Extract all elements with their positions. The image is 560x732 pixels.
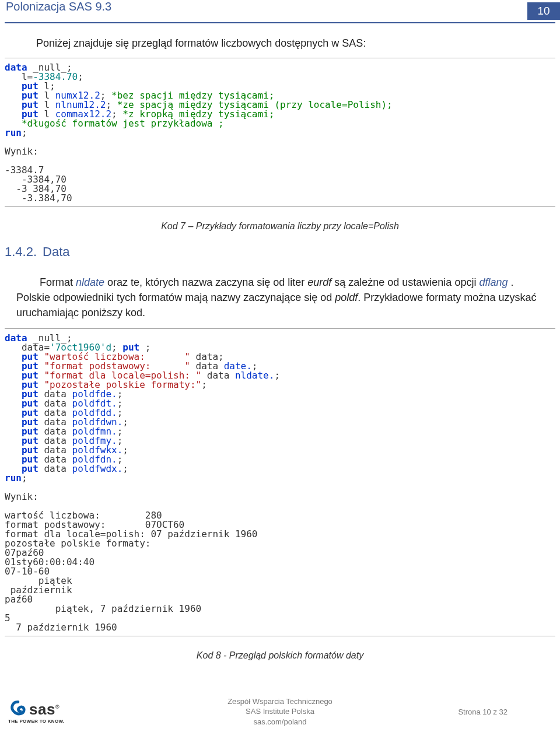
document-title: Polonizacja SAS 9.3 bbox=[5, 0, 111, 13]
caption-1: Kod 7 – Przykłady formatowania liczby pr… bbox=[5, 207, 555, 234]
code-format: poldfwdx. bbox=[72, 463, 123, 474]
output-line: -3.384,70 bbox=[5, 192, 72, 204]
section-title: Data bbox=[43, 244, 69, 259]
page-header: Polonizacja SAS 9.3 10 bbox=[5, 0, 555, 23]
sas-logo: sas® THE POWER TO KNOW. bbox=[8, 700, 64, 724]
sas-logo-text: sas® bbox=[29, 701, 60, 719]
registered-icon: ® bbox=[55, 704, 60, 710]
output-label: Wynik: bbox=[5, 491, 38, 502]
code-block-1: data _null_; l=-3384.70; put l; put l nu… bbox=[5, 58, 555, 207]
sas-tagline: THE POWER TO KNOW. bbox=[8, 719, 64, 724]
sas-logo-top: sas® bbox=[8, 700, 60, 720]
section-number: 1.4.2. bbox=[5, 244, 37, 259]
term-eurdf: eurdf bbox=[307, 276, 331, 288]
footer-page: Strona 10 z 32 bbox=[458, 708, 508, 716]
term-dflang: dflang bbox=[479, 276, 508, 288]
code-text: ; bbox=[123, 463, 128, 474]
page-content: Poniżej znajduje się przegląd formatów l… bbox=[0, 23, 560, 663]
body-paragraph: Format nldate oraz te, których nazwa zac… bbox=[5, 260, 555, 328]
code-block-2: data _null_; data='7oct1960'd; put ; put… bbox=[5, 328, 555, 636]
footer-url: sas.com/poland bbox=[0, 717, 560, 727]
body-text: są zależne od ustawienia opcji bbox=[331, 276, 479, 288]
keyword-run: run bbox=[5, 127, 22, 138]
output-label: Wynik: bbox=[5, 146, 38, 157]
section-heading: 1.4.2.Data bbox=[5, 234, 555, 260]
page-footer: sas® THE POWER TO KNOW. Zespół Wsparcia … bbox=[0, 691, 560, 732]
output-line: 7 październik 1960 bbox=[5, 622, 117, 633]
code-comment: *długość formatów jest przykładowa ; bbox=[5, 118, 224, 129]
term-nldate: nldate bbox=[76, 276, 104, 288]
body-text: Format bbox=[40, 276, 76, 288]
caption-2: Kod 8 - Przegląd polskich formatów daty bbox=[5, 636, 555, 663]
sas-swoosh-icon bbox=[8, 700, 28, 720]
code-text: ; bbox=[123, 444, 128, 456]
code-text: data bbox=[38, 463, 72, 474]
code-text: ; bbox=[22, 127, 27, 138]
code-text: ; bbox=[78, 71, 83, 82]
term-poldf: poldf bbox=[335, 292, 358, 303]
code-text: ; bbox=[22, 472, 27, 484]
keyword-run: run bbox=[5, 472, 22, 484]
body-text: oraz te, których nazwa zaczyna się od li… bbox=[104, 276, 307, 288]
code-text: ; bbox=[274, 370, 280, 381]
page-number-badge: 10 bbox=[527, 2, 560, 20]
code-format: nldate. bbox=[235, 370, 274, 381]
code-text: ; bbox=[201, 379, 207, 390]
code-text: ; bbox=[123, 416, 128, 428]
intro-text: Poniżej znajduje się przegląd formatów l… bbox=[5, 23, 555, 58]
footer-team: Zespół Wsparcia Technicznego bbox=[0, 696, 560, 707]
output-line: piątek, 7 październik 1960 bbox=[5, 603, 201, 614]
